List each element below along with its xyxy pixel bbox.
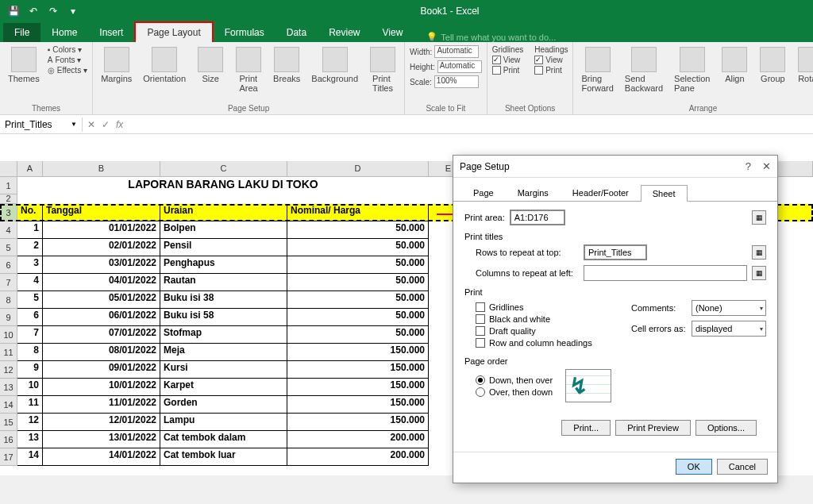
tab-insert[interactable]: Insert [88, 23, 134, 42]
options-button[interactable]: Options... [695, 420, 757, 436]
over-then-down-radio[interactable]: Over, then down [476, 387, 553, 397]
cols-repeat-label: Columns to repeat at left: [476, 268, 579, 278]
tab-home[interactable]: Home [40, 23, 88, 42]
confirm-formula-icon[interactable]: ✓ [102, 119, 110, 130]
page-order-label: Page order [464, 356, 766, 366]
rows-repeat-label: Rows to repeat at top: [476, 248, 579, 257]
gridlines-print-check[interactable]: Print [492, 66, 523, 75]
breaks-button[interactable]: Breaks [270, 45, 303, 85]
rows-repeat-input[interactable] [584, 244, 647, 260]
row-header[interactable]: 5 [0, 239, 17, 256]
row-header[interactable]: 1 [0, 177, 17, 194]
height-input[interactable]: Automatic [437, 60, 482, 73]
bring-forward-button[interactable]: Bring Forward [578, 45, 616, 94]
cols-repeat-input[interactable] [584, 265, 747, 281]
row-header[interactable]: 9 [0, 309, 17, 326]
fx-icon[interactable]: fx [116, 119, 123, 130]
page-setup-dialog: Page Setup ? ✕ Page Margins Header/Foote… [453, 155, 778, 483]
black-white-check[interactable]: Black and white [476, 314, 617, 324]
tab-data[interactable]: Data [275, 23, 318, 42]
gridlines-view-check[interactable]: View [492, 56, 523, 64]
size-button[interactable]: Size [194, 45, 227, 85]
selection-pane-button[interactable]: Selection Pane [671, 45, 713, 94]
row-header[interactable]: 7 [0, 274, 17, 291]
arrange-group-label: Arrange [578, 102, 813, 113]
help-icon[interactable]: ? [746, 160, 751, 172]
print-titles-button[interactable]: Print Titles [366, 45, 399, 94]
row-header[interactable]: 6 [0, 256, 17, 274]
tab-file[interactable]: File [3, 23, 40, 42]
ribbon: Themes ▪ Colors ▾ A Fonts ▾ ◎ Effects ▾ … [0, 42, 813, 115]
scale-label: Scale: [410, 78, 432, 87]
row-header[interactable]: 14 [0, 396, 17, 414]
scale-group-label: Scale to Fit [410, 102, 482, 113]
name-box[interactable]: Print_Titles▼ [0, 117, 83, 132]
scale-input[interactable]: 100% [434, 75, 479, 88]
width-label: Width: [410, 48, 432, 56]
dlg-tab-margins[interactable]: Margins [506, 184, 561, 201]
themes-button[interactable]: Themes [5, 45, 43, 85]
print-preview-button[interactable]: Print Preview [615, 420, 691, 436]
tab-page-layout[interactable]: Page Layout [134, 21, 213, 42]
row-header[interactable]: 8 [0, 291, 17, 309]
undo-icon[interactable]: ↶ [25, 2, 42, 20]
headings-label: Headings [534, 45, 568, 54]
row-header[interactable]: 10 [0, 326, 17, 344]
group-button[interactable]: Group [756, 45, 789, 85]
colors-button[interactable]: ▪ Colors ▾ [48, 45, 87, 54]
height-label: Height: [410, 63, 435, 71]
row-header[interactable]: 17 [0, 448, 17, 466]
row-header[interactable]: 15 [0, 414, 17, 431]
fonts-button[interactable]: A Fonts ▾ [48, 56, 87, 64]
close-icon[interactable]: ✕ [762, 160, 771, 172]
margins-button[interactable]: Margins [98, 45, 135, 85]
page-setup-group-label: Page Setup [98, 102, 399, 113]
width-input[interactable]: Automatic [434, 45, 479, 58]
align-button[interactable]: Align [718, 45, 751, 85]
dialog-title: Page Setup [460, 161, 510, 172]
print-titles-label: Print titles [464, 232, 766, 241]
print-area-button[interactable]: Print Area [232, 45, 265, 94]
row-header[interactable]: 16 [0, 431, 17, 448]
row-header[interactable]: 3 [0, 204, 17, 221]
row-header[interactable]: 12 [0, 361, 17, 379]
headings-print-check[interactable]: Print [534, 66, 568, 75]
dlg-tab-header-footer[interactable]: Header/Footer [561, 184, 641, 201]
cell-errors-combo[interactable]: displayed▾ [692, 321, 766, 337]
tab-formulas[interactable]: Formulas [214, 23, 275, 42]
down-then-over-radio[interactable]: Down, then over [476, 375, 553, 385]
gridlines-check[interactable]: Gridlines [476, 302, 617, 312]
range-select-icon[interactable]: ▦ [752, 245, 766, 260]
report-title: LAPORAN BARANG LAKU DI TOKO [17, 177, 429, 194]
row-header[interactable]: 4 [0, 221, 17, 239]
headings-view-check[interactable]: View [534, 56, 568, 64]
cancel-button[interactable]: Cancel [717, 459, 768, 475]
comments-combo[interactable]: (None)▾ [692, 300, 766, 316]
comments-label: Comments: [631, 303, 687, 313]
ok-button[interactable]: OK [676, 459, 712, 475]
print-button[interactable]: Print... [561, 420, 611, 436]
row-col-headings-check[interactable]: Row and column headings [476, 338, 617, 348]
effects-button[interactable]: ◎ Effects ▾ [48, 66, 87, 75]
background-button[interactable]: Background [308, 45, 361, 85]
row-header[interactable]: 13 [0, 379, 17, 396]
range-select-icon[interactable]: ▦ [752, 210, 766, 225]
tell-me-search[interactable]: 💡Tell me what you want to do... [426, 32, 556, 42]
redo-icon[interactable]: ↷ [44, 2, 62, 20]
tab-review[interactable]: Review [318, 23, 371, 42]
range-select-icon[interactable]: ▦ [752, 266, 766, 280]
dlg-tab-sheet[interactable]: Sheet [641, 185, 688, 202]
orientation-button[interactable]: Orientation [140, 45, 189, 85]
rotate-button[interactable]: Rotate [794, 45, 813, 85]
save-icon[interactable]: 💾 [5, 2, 22, 20]
cancel-formula-icon[interactable]: ✕ [87, 119, 95, 130]
draft-quality-check[interactable]: Draft quality [476, 326, 617, 336]
row-header[interactable]: 11 [0, 344, 17, 361]
row-header[interactable]: 2 [0, 194, 17, 204]
cell-errors-label: Cell errors as: [631, 324, 687, 333]
qat-customize-icon[interactable]: ▾ [64, 2, 82, 20]
tab-view[interactable]: View [372, 23, 414, 42]
send-backward-button[interactable]: Send Backward [622, 45, 666, 94]
dlg-tab-page[interactable]: Page [461, 184, 506, 201]
print-area-input[interactable] [510, 210, 565, 225]
